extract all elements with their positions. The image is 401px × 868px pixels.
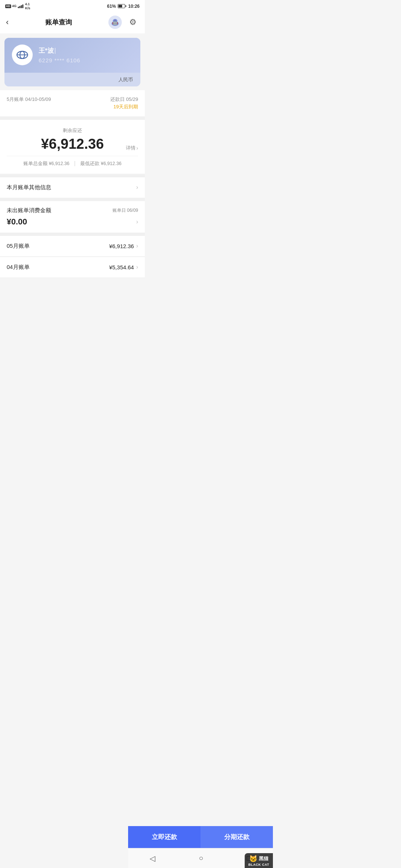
- list-item-undue[interactable]: 未出账单消费金额 账单日 06/09 ¥0.00 ›: [0, 201, 145, 233]
- divider-1: [0, 117, 145, 120]
- monthly-other-title: 本月账单其他信息: [7, 184, 51, 191]
- amount-section: 剩余应还 ¥6,912.36 详情 › 账单总金额 ¥6,912.36 最低还款…: [0, 120, 145, 174]
- nav-icons: 🤖 ⚙: [108, 16, 139, 29]
- apr-right: ¥5,354.64 ›: [109, 264, 138, 270]
- card-number: 6229 **** 6106: [39, 57, 80, 63]
- bar4: [22, 4, 23, 8]
- battery-body: [118, 4, 125, 8]
- card-user-name: 王*波: [39, 46, 80, 55]
- undue-title: 未出账单消费金额: [7, 207, 51, 214]
- undue-sub: 账单日 06/09: [113, 207, 138, 214]
- bar1: [18, 7, 19, 8]
- monthly-other-chevron: ›: [136, 184, 138, 191]
- detail-link[interactable]: 详情 ›: [126, 145, 138, 151]
- amount-sub: 账单总金额 ¥6,912.36 最低还款 ¥6,912.36: [7, 156, 138, 167]
- divider-3: [0, 198, 145, 201]
- bar2: [19, 6, 20, 8]
- apr-chevron: ›: [136, 264, 138, 270]
- undue-amount: ¥0.00: [7, 217, 27, 227]
- avatar-icon[interactable]: 🤖: [108, 16, 122, 29]
- list-item-monthly-other[interactable]: 本月账单其他信息 ›: [0, 177, 145, 198]
- nav-bar: ‹ 账单查询 🤖 ⚙: [0, 12, 145, 33]
- period-right: 还款日 05/29 19天后到期: [110, 96, 138, 110]
- may-right: ¥6,912.36 ›: [109, 243, 138, 249]
- total-label: 账单总金额 ¥6,912.36: [23, 161, 69, 167]
- time-display: 10:26: [128, 4, 140, 9]
- settings-icon[interactable]: ⚙: [127, 16, 139, 28]
- signal-bars: [18, 4, 23, 8]
- min-pay-label: 最低还款 ¥6,912.36: [80, 161, 121, 167]
- undue-chevron: ›: [136, 218, 138, 225]
- list-item-may[interactable]: 05月账单 ¥6,912.36 ›: [0, 236, 145, 257]
- divider-2: [0, 174, 145, 177]
- battery-tip: [125, 5, 126, 7]
- list-item-apr[interactable]: 04月账单 ¥5,354.64 ›: [0, 257, 145, 278]
- card-top: 王*波 6229 **** 6106: [4, 38, 140, 73]
- avatar-svg: 🤖: [108, 16, 122, 29]
- period-label: 5月账单 04/10-05/09: [7, 96, 51, 103]
- monthly-other-right: ›: [136, 184, 138, 191]
- card-section: 王*波 6229 **** 6106 人民币: [4, 38, 140, 86]
- network-info: 4G: [12, 4, 17, 8]
- battery-icon: [118, 4, 126, 8]
- main-amount: ¥6,912.36: [7, 136, 138, 152]
- due-days: 19天后到期: [110, 103, 138, 110]
- apr-title: 04月账单: [7, 264, 30, 271]
- may-chevron: ›: [136, 243, 138, 249]
- page-title: 账单查询: [45, 18, 72, 27]
- card-bottom: 人民币: [4, 73, 140, 86]
- svg-text:🤖: 🤖: [112, 19, 118, 25]
- back-button[interactable]: ‹: [6, 17, 9, 27]
- amount-sub-divider: [75, 161, 75, 166]
- bank-logo-svg: [16, 48, 29, 62]
- undue-bottom: ¥0.00 ›: [7, 217, 138, 233]
- bar3: [21, 5, 22, 8]
- detail-label: 详情: [126, 145, 136, 151]
- detail-chevron: ›: [136, 145, 138, 151]
- may-amount: ¥6,912.36: [109, 243, 134, 249]
- card-info: 王*波 6229 **** 6106: [39, 46, 80, 63]
- battery-percent: 61%: [107, 4, 116, 9]
- undue-header: 未出账单消费金额 账单日 06/09: [7, 207, 138, 214]
- content-scroll: 王*波 6229 **** 6106 人民币 5月账单 04/10-05/09 …: [0, 38, 145, 322]
- may-title: 05月账单: [7, 243, 30, 250]
- card-currency: 人民币: [118, 77, 133, 82]
- status-bar: HD 4G 4.1 K/s 61% 10:26: [0, 0, 145, 12]
- status-right: 61% 10:26: [107, 4, 140, 9]
- card-logo: [12, 45, 33, 65]
- bill-period: 5月账单 04/10-05/09 还款日 05/29 19天后到期: [0, 90, 145, 116]
- status-left: HD 4G 4.1 K/s: [5, 2, 30, 10]
- divider-4: [0, 233, 145, 236]
- hd-badge: HD: [5, 4, 11, 8]
- due-date: 还款日 05/29: [110, 96, 138, 103]
- speed-info: 4.1 K/s: [25, 2, 30, 10]
- battery-fill: [118, 5, 122, 7]
- apr-amount: ¥5,354.64: [109, 264, 134, 270]
- remaining-label: 剩余应还: [7, 127, 138, 134]
